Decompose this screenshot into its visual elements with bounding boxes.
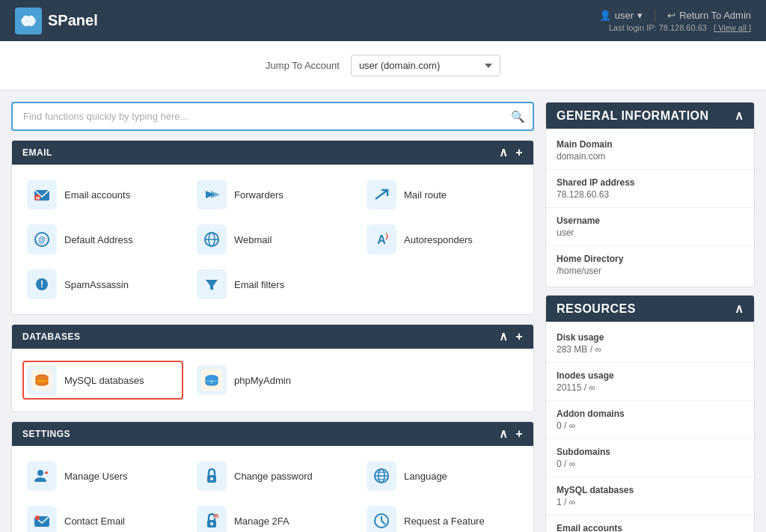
language-icon: [367, 461, 396, 491]
language-label: Language: [404, 471, 447, 482]
databases-collapse-icon[interactable]: ∧: [499, 331, 509, 343]
phpmyadmin-label: phpMyAdmin: [234, 375, 291, 386]
email-filters-item[interactable]: Email filters: [192, 266, 353, 302]
databases-add-icon[interactable]: +: [515, 331, 523, 343]
settings-section: SETTINGS ∧ + + Manage Users Ch: [11, 421, 534, 532]
resources-collapse-icon[interactable]: ∧: [735, 302, 744, 316]
mysql-databases-label: MySQL databases: [64, 375, 144, 386]
jump-to-account-label: Jump To Account: [266, 60, 340, 71]
subdomains-label: Subdomains: [557, 447, 744, 457]
header-user-row: 👤 user ▾ ↩ Return To Admin: [599, 10, 751, 22]
change-password-item[interactable]: Change password: [192, 458, 353, 494]
manage-users-label: Manage Users: [64, 471, 128, 482]
email-filters-icon: [197, 269, 227, 299]
settings-add-icon[interactable]: +: [515, 428, 523, 440]
email-section-title: EMAIL: [22, 147, 52, 158]
resources-header: RESOURCES ∧: [546, 296, 754, 322]
jump-to-account-bar: Jump To Account user (domain.com): [0, 41, 766, 91]
default-address-item[interactable]: @ Default Address: [22, 221, 183, 257]
phpmyadmin-icon: !: [197, 365, 227, 395]
language-item[interactable]: Language: [362, 458, 523, 494]
svg-point-35: [210, 477, 213, 480]
last-login-info: Last login IP: 78.128.60.63 [ View all ]: [609, 23, 751, 32]
svg-text:!: !: [40, 279, 43, 290]
phpmyadmin-item[interactable]: ! phpMyAdmin: [192, 361, 353, 400]
username-row: Username user: [546, 208, 754, 246]
general-info-collapse-icon[interactable]: ∧: [735, 108, 744, 123]
request-feature-icon: [367, 506, 396, 532]
svg-rect-29: [31, 465, 52, 486]
user-menu[interactable]: 👤 user ▾: [599, 10, 643, 21]
email-accounts-item[interactable]: ✉ Email accounts: [22, 177, 183, 213]
resources-card: RESOURCES ∧ Disk usage 283 MB / ∞ Inodes…: [545, 295, 755, 532]
email-section-actions: ∧ +: [499, 147, 523, 159]
search-input[interactable]: [11, 102, 534, 131]
disk-usage-label: Disk usage: [557, 332, 744, 343]
email-accounts-resource-label: Email accounts: [557, 523, 744, 532]
mail-route-item[interactable]: Mail route: [362, 177, 523, 213]
email-collapse-icon[interactable]: ∧: [499, 147, 509, 159]
default-address-label: Default Address: [64, 234, 133, 245]
subdomains-row: Subdomains 0 / ∞: [546, 439, 754, 477]
contact-email-item[interactable]: Contact Email: [22, 503, 183, 532]
manage-2fa-item[interactable]: 2F Manage 2FA: [192, 503, 353, 532]
inodes-value: 20115 / ∞: [557, 382, 744, 393]
settings-section-header: SETTINGS ∧ +: [12, 422, 533, 446]
shared-ip-label: Shared IP address: [557, 177, 744, 188]
shared-ip-row: Shared IP address 78.128.60.63: [546, 170, 754, 208]
databases-section-actions: ∧ +: [499, 331, 523, 343]
manage-2fa-icon: 2F: [197, 506, 227, 532]
username-value: user: [557, 227, 744, 238]
manage-users-item[interactable]: + Manage Users: [22, 458, 183, 494]
settings-section-body: + Manage Users Change password Language: [12, 446, 533, 532]
webmail-label: Webmail: [234, 234, 272, 245]
jump-to-account-select[interactable]: user (domain.com): [351, 55, 500, 76]
spamassassin-label: SpamAssassin: [64, 279, 129, 290]
return-to-admin-button[interactable]: ↩ Return To Admin: [667, 10, 751, 21]
settings-section-title: SETTINGS: [22, 429, 70, 439]
header: SPanel 👤 user ▾ ↩ Return To Admin Last l…: [0, 0, 766, 41]
autoresponders-item[interactable]: A Autoresponders: [362, 221, 523, 257]
subdomains-value: 0 / ∞: [557, 459, 744, 469]
autoresponders-label: Autoresponders: [404, 234, 473, 245]
separator: [655, 10, 655, 22]
email-accounts-label: Email accounts: [64, 189, 130, 201]
svg-point-45: [210, 522, 213, 525]
disk-usage-row: Disk usage 283 MB / ∞: [546, 325, 754, 363]
settings-collapse-icon[interactable]: ∧: [499, 428, 509, 440]
resources-rows: Disk usage 283 MB / ∞ Inodes usage 20115…: [546, 322, 754, 532]
forwarders-item[interactable]: Forwarders: [192, 177, 353, 213]
addon-domains-label: Addon domains: [557, 409, 744, 419]
email-section-body: ✉ Email accounts Forwarders Mail route: [12, 165, 533, 314]
user-label: user: [615, 10, 634, 21]
change-password-label: Change password: [234, 471, 313, 482]
forwarders-icon: [197, 180, 227, 210]
mysql-db-resource-label: MySQL databases: [557, 485, 744, 495]
logo: SPanel: [15, 7, 98, 34]
svg-text:+: +: [45, 471, 48, 476]
svg-point-42: [35, 516, 40, 520]
change-password-icon: [197, 461, 227, 491]
return-icon: ↩: [667, 10, 675, 21]
spamassassin-item[interactable]: ! SpamAssassin: [22, 266, 183, 302]
webmail-icon: [197, 224, 227, 254]
addon-domains-row: Addon domains 0 / ∞: [546, 401, 754, 439]
mysql-db-resource-value: 1 / ∞: [557, 497, 744, 507]
settings-section-actions: ∧ +: [499, 428, 523, 440]
svg-text:!: !: [211, 379, 212, 385]
email-add-icon[interactable]: +: [515, 147, 523, 159]
webmail-item[interactable]: Webmail: [192, 221, 353, 257]
svg-text:@: @: [38, 236, 46, 244]
contact-email-icon: [27, 506, 57, 532]
last-login-prefix: Last login IP:: [609, 23, 657, 32]
forwarders-label: Forwarders: [234, 189, 284, 201]
request-feature-item[interactable]: Request a Feature: [362, 503, 523, 532]
left-column: 🔍 EMAIL ∧ + ✉ Email accounts: [11, 102, 534, 532]
mysql-databases-item[interactable]: MySQL databases: [22, 361, 183, 400]
shared-ip-value: 78.128.60.63: [557, 189, 744, 200]
email-accounts-icon: ✉: [27, 180, 57, 210]
view-all-link[interactable]: [ View all ]: [714, 23, 751, 32]
mail-route-label: Mail route: [404, 189, 447, 201]
logo-text: SPanel: [48, 12, 98, 29]
home-dir-row: Home Directory /home/user: [546, 246, 754, 284]
